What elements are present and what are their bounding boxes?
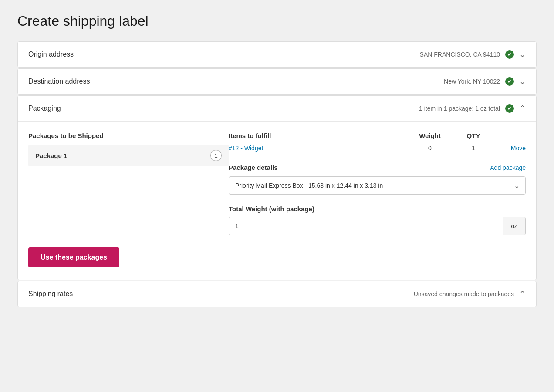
packaging-card: Packaging 1 item in 1 package: 1 oz tota…	[17, 95, 537, 280]
destination-address-summary: New York, NY 10022	[444, 78, 500, 85]
packaging-label: Packaging	[28, 105, 61, 112]
origin-address-right: SAN FRANCISCO, CA 94110 ⌄	[420, 50, 526, 59]
destination-address-card: Destination address New York, NY 10022 ⌄	[17, 68, 537, 95]
packaging-verified-icon	[505, 104, 514, 113]
origin-address-card: Origin address SAN FRANCISCO, CA 94110 ⌄	[17, 41, 537, 68]
destination-address-section[interactable]: Destination address New York, NY 10022 ⌄	[18, 69, 536, 94]
destination-chevron-icon: ⌄	[519, 77, 526, 86]
item-row: #12 - Widget 0 1 Move	[229, 145, 526, 152]
packages-col-header: Packages to be Shipped	[28, 132, 229, 139]
page-title: Create shipping label	[17, 13, 537, 29]
unsaved-changes-text: Unsaved changes made to packages	[414, 291, 514, 297]
shipping-rates-right: Unsaved changes made to packages ⌃	[414, 289, 526, 299]
packaging-header-right: 1 item in 1 package: 1 oz total ⌃	[419, 104, 526, 113]
package-type-select-wrapper: Priority Mail Express Box - 15.63 in x 1…	[229, 176, 526, 195]
item-weight: 0	[404, 145, 456, 152]
destination-verified-icon	[505, 77, 514, 86]
items-section: Items to fulfill Weight QTY #12 - Widget…	[229, 132, 526, 235]
packaging-columns: Packages to be Shipped Package 1 1 Items…	[28, 132, 526, 235]
shipping-rates-header[interactable]: Shipping rates Unsaved changes made to p…	[18, 281, 536, 307]
origin-chevron-icon: ⌄	[519, 50, 526, 59]
move-item-button[interactable]: Move	[491, 145, 526, 152]
weight-input[interactable]	[229, 217, 503, 235]
items-to-fulfill-label: Items to fulfill	[229, 132, 404, 139]
package-row: Package 1 1	[28, 145, 229, 166]
packaging-header[interactable]: Packaging 1 item in 1 package: 1 oz tota…	[18, 96, 536, 122]
weight-unit: oz	[503, 217, 525, 235]
origin-address-label: Origin address	[28, 51, 74, 58]
package-type-select[interactable]: Priority Mail Express Box - 15.63 in x 1…	[229, 176, 526, 195]
package-badge: 1	[210, 150, 222, 161]
packaging-summary: 1 item in 1 package: 1 oz total	[419, 105, 500, 112]
qty-col-header: QTY	[456, 132, 491, 139]
package-name: Package 1	[35, 152, 67, 159]
items-col-headers: Items to fulfill Weight QTY	[229, 132, 526, 139]
packaging-chevron-up-icon: ⌃	[519, 104, 526, 113]
item-qty: 1	[456, 145, 491, 152]
package-details-section: Package details Add package Priority Mai…	[229, 164, 526, 235]
shipping-rates-chevron-icon: ⌃	[519, 289, 526, 299]
weight-section: Total Weight (with package) oz	[229, 205, 526, 235]
weight-input-row: oz	[229, 217, 526, 235]
destination-address-label: Destination address	[28, 78, 90, 85]
packaging-body: Packages to be Shipped Package 1 1 Items…	[18, 122, 536, 280]
weight-col-header: Weight	[404, 132, 456, 139]
package-details-header: Package details Add package	[229, 164, 526, 171]
package-details-label: Package details	[229, 164, 278, 171]
total-weight-label: Total Weight (with package)	[229, 205, 526, 213]
shipping-rates-label: Shipping rates	[28, 290, 73, 298]
origin-address-section[interactable]: Origin address SAN FRANCISCO, CA 94110 ⌄	[18, 42, 536, 67]
origin-address-summary: SAN FRANCISCO, CA 94110	[420, 51, 500, 58]
add-package-button[interactable]: Add package	[490, 164, 526, 171]
shipping-rates-card: Shipping rates Unsaved changes made to p…	[17, 281, 537, 307]
page-container: Create shipping label Origin address SAN…	[0, 0, 554, 392]
item-link[interactable]: #12 - Widget	[229, 145, 404, 152]
destination-address-right: New York, NY 10022 ⌄	[444, 77, 526, 86]
use-packages-button[interactable]: Use these packages	[28, 247, 119, 267]
origin-verified-icon	[505, 50, 514, 59]
packages-section: Packages to be Shipped Package 1 1	[28, 132, 229, 235]
packages-to-ship-label: Packages to be Shipped	[28, 132, 104, 139]
